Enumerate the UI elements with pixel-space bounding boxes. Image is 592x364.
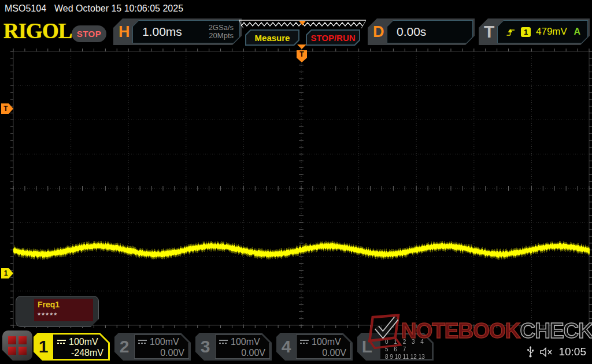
memory-depth: 20Mpts [209, 31, 234, 40]
horizontal-label: H [119, 18, 130, 45]
trigger-level-value: 479mV [536, 26, 567, 38]
horizontal-timebase-box[interactable]: H 1.00ms 2GSa/s 20Mpts [113, 18, 242, 45]
channel1-scale: 100mV [69, 337, 98, 347]
channel3-badge[interactable]: 3 100mV 0.00V [195, 333, 272, 361]
measurement-name: Freq1 [38, 300, 90, 309]
logic-bits-0-7: 0 1 2 3 4 5 6 7 [385, 338, 430, 353]
stop-run-button[interactable]: STOP/RUN [306, 29, 360, 46]
channel1-offset: -248mV [57, 348, 103, 359]
speaker-muted-icon[interactable] [539, 347, 553, 358]
channel2-badge[interactable]: 2 100mV 0.00V [114, 333, 191, 361]
timebase-value: 1.00ms [133, 25, 209, 39]
logic-bits-8-15: 8 9 10 11 12 13 14 15 [385, 353, 430, 364]
channel2-offset: 0.00V [138, 348, 184, 359]
rigol-logo: RIGOL [3, 18, 72, 43]
channel2-scale: 100mV [150, 337, 179, 347]
dc-coupling-icon [138, 340, 147, 344]
menu-button[interactable] [2, 330, 32, 361]
system-tray: 10:05 [527, 346, 586, 358]
channel-bar: 1 100mV -248mV 2 100mV 0.00V 3 100mV 0.0… [0, 328, 592, 364]
channel1-badge[interactable]: 1 100mV -248mV [34, 333, 110, 361]
channel1-trace [0, 47, 592, 328]
channel4-scale: 100mV [312, 337, 341, 347]
trigger-position-triangle[interactable] [297, 44, 306, 49]
horizontal-position-indicator[interactable] [239, 20, 366, 29]
clock-time: 10:05 [558, 346, 586, 358]
channel4-offset: 0.00V [300, 348, 346, 359]
dc-coupling-icon [300, 340, 309, 344]
delay-label: D [373, 18, 384, 45]
trigger-sweep-mode: A [574, 27, 580, 37]
delay-value: 0.00s [387, 25, 472, 39]
delay-box[interactable]: D 0.00s [368, 18, 475, 45]
measurement-panel[interactable]: Freq1 ***** [16, 296, 99, 327]
trigger-box[interactable]: T 1 479mV A [479, 18, 590, 45]
trigger-edge-icon [506, 27, 516, 37]
status-bar: MSO5104 Wed October 15 10:06:05 2025 [0, 0, 592, 17]
channel3-scale: 100mV [231, 337, 260, 347]
usb-icon [527, 346, 534, 358]
header-toolbar: RIGOL STOP H 1.00ms 2GSa/s 20Mpts Measur… [0, 17, 592, 47]
run-state-indicator: STOP [72, 25, 106, 42]
waveform-display: T T 1 Freq1 ***** [0, 47, 592, 328]
measure-button[interactable]: Measure [245, 29, 299, 46]
logic-analyzer-badge[interactable]: L 0 1 2 3 4 5 6 7 8 9 10 11 12 13 14 15 [357, 333, 434, 361]
dc-coupling-icon [219, 340, 228, 344]
channel3-offset: 0.00V [219, 348, 265, 359]
measurement-value: ***** [38, 311, 90, 320]
trigger-label: T [484, 18, 494, 45]
logic-label: L [357, 333, 377, 361]
dc-coupling-icon [57, 340, 66, 344]
trigger-source-badge: 1 [521, 27, 531, 37]
sample-rate: 2GSa/s [209, 23, 234, 32]
menu-grid-icon [8, 336, 27, 355]
device-model: MSO5104 [5, 3, 46, 14]
status-datetime: Wed October 15 10:06:05 2025 [54, 3, 183, 14]
channel4-badge[interactable]: 4 100mV 0.00V [276, 333, 353, 361]
